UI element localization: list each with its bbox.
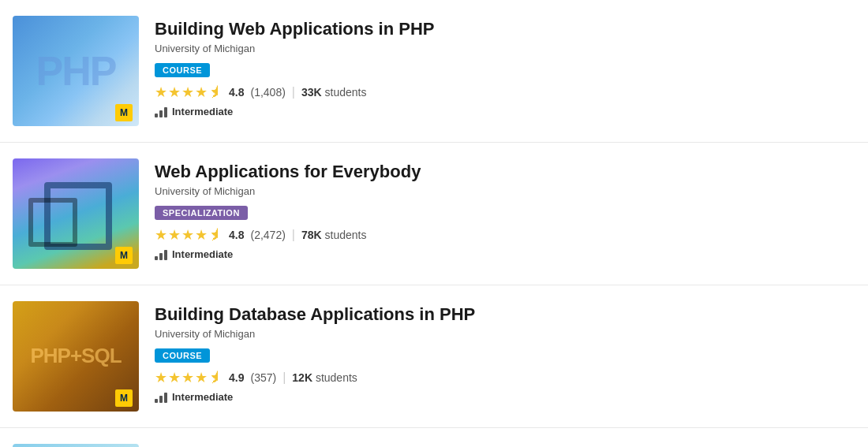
- level-icon: [155, 249, 167, 260]
- star-rating: ★★★★⯨: [155, 228, 223, 242]
- course-title[interactable]: Web Applications for Everybody: [155, 162, 855, 182]
- full-star-icon: ★: [195, 85, 208, 99]
- star-rating: ★★★★⯨: [155, 371, 223, 385]
- half-star-icon: ⯨: [208, 85, 223, 99]
- star-rating: ★★★★⯨: [155, 85, 223, 99]
- course-badge: SPECIALIZATION: [155, 206, 248, 220]
- rating-value: 4.8: [229, 229, 244, 241]
- course-info: Building Database Applications in PHPUni…: [155, 301, 855, 403]
- level-icon: [155, 392, 167, 403]
- course-thumbnail: [13, 444, 139, 447]
- level-icon: [155, 106, 167, 117]
- full-star-icon: ★: [155, 85, 167, 99]
- course-level: Intermediate: [172, 391, 233, 403]
- course-title[interactable]: Building Web Applications in PHP: [155, 19, 855, 39]
- rating-count: (2,472): [250, 229, 285, 241]
- student-count: 33K students: [301, 86, 367, 99]
- full-star-icon: ★: [181, 371, 194, 385]
- level-row: Intermediate: [155, 106, 855, 117]
- rating-value: 4.8: [229, 86, 244, 99]
- course-institution: University of Michigan: [155, 43, 855, 54]
- course-list: MBuilding Web Applications in PHPUnivers…: [0, 0, 868, 447]
- rating-row: ★★★★⯨4.8(2,472)|78K students: [155, 228, 855, 242]
- michigan-logo: M: [115, 389, 133, 407]
- course-level: Intermediate: [172, 106, 233, 117]
- half-star-icon: ⯨: [208, 371, 223, 385]
- full-star-icon: ★: [181, 85, 194, 99]
- course-thumbnail: M: [13, 301, 139, 412]
- rating-row: ★★★★⯨4.9(357)|12K students: [155, 371, 855, 385]
- michigan-logo: M: [115, 247, 133, 264]
- course-thumbnail: M: [13, 16, 139, 126]
- course-item-3[interactable]: MBuilding Database Applications in PHPUn…: [0, 285, 868, 428]
- full-star-icon: ★: [168, 85, 181, 99]
- full-star-icon: ★: [181, 228, 194, 242]
- course-item-4[interactable]: JavaScript, jQuery, and JSON: [0, 428, 868, 447]
- rating-value: 4.9: [229, 371, 244, 384]
- course-institution: University of Michigan: [155, 328, 855, 340]
- full-star-icon: ★: [168, 371, 181, 385]
- student-count: 12K students: [292, 371, 357, 384]
- course-level: Intermediate: [172, 248, 233, 260]
- rating-divider: |: [292, 85, 295, 99]
- course-thumbnail: M: [13, 158, 139, 269]
- course-item-2[interactable]: MWeb Applications for EverybodyUniversit…: [0, 143, 868, 285]
- full-star-icon: ★: [195, 228, 208, 242]
- level-row: Intermediate: [155, 248, 855, 260]
- half-star-icon: ⯨: [208, 228, 223, 242]
- full-star-icon: ★: [168, 228, 181, 242]
- course-info: Building Web Applications in PHPUniversi…: [155, 16, 855, 117]
- course-info: JavaScript, jQuery, and JSON: [155, 444, 855, 447]
- michigan-logo: M: [115, 104, 133, 121]
- rating-row: ★★★★⯨4.8(1,408)|33K students: [155, 85, 855, 99]
- course-info: Web Applications for EverybodyUniversity…: [155, 158, 855, 260]
- level-row: Intermediate: [155, 391, 855, 403]
- course-institution: University of Michigan: [155, 185, 855, 197]
- course-badge: COURSE: [155, 348, 210, 363]
- course-badge: COURSE: [155, 63, 210, 77]
- full-star-icon: ★: [195, 371, 208, 385]
- full-star-icon: ★: [155, 228, 167, 242]
- course-item-1[interactable]: MBuilding Web Applications in PHPUnivers…: [0, 0, 868, 143]
- student-count: 78K students: [301, 229, 367, 241]
- rating-divider: |: [282, 371, 286, 385]
- course-title[interactable]: Building Database Applications in PHP: [155, 304, 855, 325]
- full-star-icon: ★: [155, 371, 167, 385]
- rating-count: (1,408): [250, 86, 285, 99]
- rating-count: (357): [250, 371, 276, 384]
- rating-divider: |: [292, 228, 295, 242]
